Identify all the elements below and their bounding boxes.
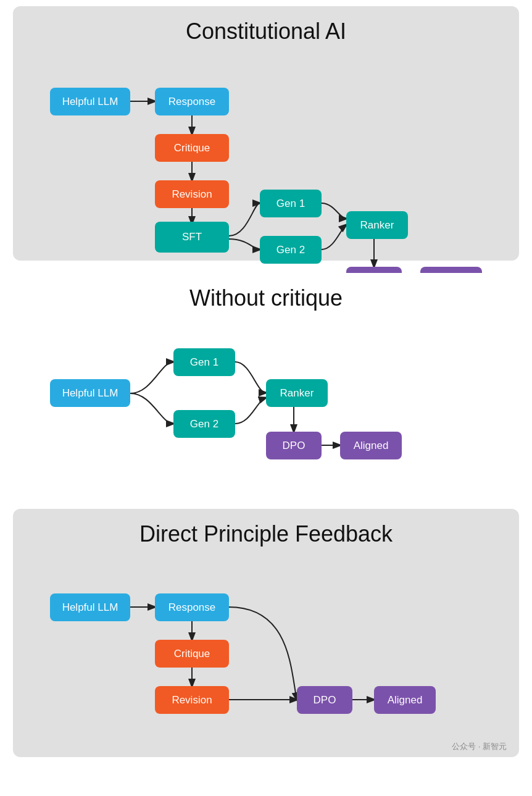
dpo3-node: DPO: [297, 686, 352, 714]
response-node: Response: [155, 88, 229, 115]
constitutional-ai-title: Constitutional AI: [31, 19, 501, 44]
response3-node: Response: [155, 593, 229, 621]
rankerb-node: Ranker: [266, 379, 328, 407]
revision3-node: Revision: [155, 686, 229, 714]
direct-principle-section: Direct Principle Feedback Helpful LLM Re…: [13, 509, 519, 757]
constitutional-ai-diagram: Helpful LLM Response Critique Revision S…: [31, 57, 501, 242]
critique3-node: Critique: [155, 640, 229, 668]
critique-node: Critique: [155, 134, 229, 162]
gen1-node: Gen 1: [260, 190, 322, 217]
gen2b-node: Gen 2: [173, 410, 235, 438]
helpful-llm3-node: Helpful LLM: [50, 593, 130, 621]
direct-principle-diagram: Helpful LLM Response Critique Revision D…: [31, 559, 501, 739]
dpob-node: DPO: [266, 432, 322, 459]
without-critique-title: Without critique: [31, 285, 501, 311]
alignedb-node: Aligned: [340, 432, 402, 459]
revision-node: Revision: [155, 180, 229, 208]
direct-principle-title: Direct Principle Feedback: [31, 521, 501, 547]
without-critique-section: Without critique Helpful LLM Gen 1 Gen 2…: [13, 273, 519, 496]
without-critique-diagram: Helpful LLM Gen 1 Gen 2 Ranker DPO Align…: [31, 324, 501, 478]
ranker-node: Ranker: [346, 211, 408, 239]
gen2-node: Gen 2: [260, 236, 322, 264]
helpful-llm2-node: Helpful LLM: [50, 379, 130, 407]
aligned3-node: Aligned: [374, 686, 436, 714]
helpful-llm-node: Helpful LLM: [50, 88, 130, 115]
sft-node: SFT: [155, 222, 229, 253]
gen1b-node: Gen 1: [173, 348, 235, 376]
watermark: 公众号 · 新智元: [452, 741, 507, 752]
constitutional-ai-section: Constitutional AI: [13, 6, 519, 261]
